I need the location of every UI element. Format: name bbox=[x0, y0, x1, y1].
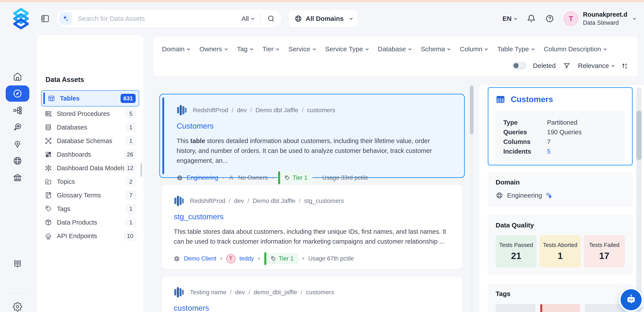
sidebar-collapse-icon[interactable] bbox=[40, 13, 50, 24]
sidebar-item-topics[interactable]: Topics 2 bbox=[41, 175, 139, 188]
results-scrollbar-thumb[interactable] bbox=[470, 85, 474, 134]
result-title-link[interactable]: stg_customers bbox=[174, 212, 450, 221]
result-title-link[interactable]: Customers bbox=[176, 122, 451, 130]
incidents-count-link[interactable]: 5 bbox=[547, 148, 550, 155]
tag-chip-placeholder[interactable] bbox=[496, 304, 536, 312]
crumb-service[interactable]: RedshiftProd bbox=[190, 197, 226, 204]
search-scope-dropdown[interactable]: All bbox=[242, 15, 254, 22]
domain-link[interactable]: Demo Client bbox=[184, 255, 216, 262]
sidebar-item-dashboards[interactable]: Dashboards 26 bbox=[41, 148, 139, 161]
crumb-schema[interactable]: demo_dbt_jaffle bbox=[254, 289, 297, 296]
search-input[interactable] bbox=[78, 15, 242, 22]
result-description: This table stores data about customers, … bbox=[174, 227, 450, 246]
sidebar-item-tags[interactable]: Tags 1 bbox=[41, 202, 139, 215]
crumb-table[interactable]: customers bbox=[306, 289, 334, 296]
sidebar-item-databases[interactable]: Databases 1 bbox=[41, 121, 139, 134]
nav-settings-icon[interactable] bbox=[13, 302, 22, 311]
sidebar-item-label: Tables bbox=[60, 95, 80, 102]
toggle-knob bbox=[514, 63, 518, 68]
sort-order-dropdown[interactable]: Relevance bbox=[578, 62, 614, 69]
language-dropdown[interactable]: EN bbox=[502, 15, 516, 22]
crumb-table[interactable]: customers bbox=[307, 107, 335, 114]
tag-chip-alert-placeholder[interactable] bbox=[540, 304, 580, 312]
sidebar-item-glossary-terms[interactable]: Glossary Terms 7 bbox=[41, 189, 139, 202]
deleted-toggle[interactable] bbox=[512, 62, 526, 69]
sidebar-item-tables[interactable]: Tables 631 bbox=[41, 90, 139, 106]
filter-column[interactable]: Column bbox=[460, 45, 487, 53]
nav-insights-icon[interactable] bbox=[13, 139, 22, 149]
notifications-bell-icon[interactable] bbox=[527, 14, 536, 23]
filter-tag[interactable]: Tag bbox=[237, 45, 252, 53]
filter-tier[interactable]: Tier bbox=[262, 45, 278, 53]
panel-scrollbar-thumb[interactable] bbox=[636, 111, 642, 160]
crumb-table[interactable]: stg_customers bbox=[304, 197, 344, 204]
search-icon[interactable] bbox=[267, 15, 275, 23]
result-card-customers[interactable]: RedshiftProd / dev / Demo dbt Jaffle / c… bbox=[159, 94, 465, 178]
filter-column-description[interactable]: Column Description bbox=[544, 45, 606, 53]
filter-service[interactable]: Service bbox=[288, 45, 315, 53]
nav-govern-icon[interactable] bbox=[13, 173, 22, 182]
sidebar-item-data-products[interactable]: Data Products 1 bbox=[41, 216, 139, 229]
all-domains-dropdown[interactable]: All Domains bbox=[288, 10, 358, 27]
domain-section-title: Domain bbox=[496, 179, 625, 186]
user-menu-chevron-icon[interactable] bbox=[633, 17, 636, 20]
filter-owners[interactable]: Owners bbox=[199, 45, 227, 53]
crumb-schema[interactable]: Demo dbt Jaffle bbox=[256, 107, 298, 114]
result-title-link[interactable]: customers bbox=[174, 304, 450, 312]
ai-sparkle-icon[interactable] bbox=[59, 12, 72, 25]
filter-domain[interactable]: Domain bbox=[162, 45, 189, 53]
panel-scrollbar[interactable] bbox=[636, 87, 642, 312]
crumb-service[interactable]: Testing name bbox=[190, 289, 226, 296]
user-menu[interactable]: Rounakpreet.d Data Steward bbox=[583, 11, 627, 27]
results-scrollbar[interactable] bbox=[470, 85, 474, 312]
crumb-service[interactable]: RedshiftProd bbox=[193, 107, 228, 114]
nav-home-icon[interactable] bbox=[13, 72, 22, 82]
table-icon bbox=[48, 95, 55, 102]
crumb-database[interactable]: dev bbox=[235, 289, 245, 296]
filter-service-type[interactable]: Service Type bbox=[325, 45, 368, 53]
filter-table-type[interactable]: Table Type bbox=[497, 45, 534, 53]
domain-value[interactable]: Engineering bbox=[507, 192, 542, 199]
crumb-database[interactable]: dev bbox=[234, 197, 244, 204]
filter-schema[interactable]: Schema bbox=[421, 45, 450, 53]
filter-funnel-icon[interactable] bbox=[563, 62, 570, 69]
sidebar-item-api-endpoints[interactable]: API API Endpoints 10 bbox=[41, 230, 139, 242]
chevron-down-icon bbox=[485, 47, 488, 50]
detail-title[interactable]: Customers bbox=[511, 95, 553, 104]
tag-chip-placeholder[interactable] bbox=[585, 304, 625, 312]
package-icon bbox=[45, 219, 52, 226]
user-avatar[interactable]: T bbox=[564, 12, 578, 26]
sidebar-item-stored-procedures[interactable]: Stored Procedures 5 bbox=[41, 107, 139, 120]
result-card-stg-customers[interactable]: RedshiftProd / dev / Demo dbt Jaffle / s… bbox=[162, 185, 462, 269]
crumb-database[interactable]: dev bbox=[237, 107, 247, 114]
nav-lineage-icon[interactable] bbox=[13, 106, 22, 115]
person-icon bbox=[228, 175, 234, 181]
global-search-bar[interactable]: All bbox=[56, 10, 282, 28]
chevron-down-icon bbox=[531, 47, 534, 50]
help-icon[interactable] bbox=[545, 14, 554, 23]
result-card-customers-testing[interactable]: Testing name / dev / demo_dbt_jaffle / c… bbox=[162, 276, 462, 312]
tier-badge[interactable]: Tier 1 bbox=[264, 253, 298, 264]
owner-link[interactable]: teddy bbox=[240, 255, 254, 262]
crumb-schema[interactable]: Demo dbt Jaffle bbox=[253, 197, 296, 204]
domain-link[interactable]: Engineering bbox=[187, 174, 218, 181]
sidebar-item-label: Databases bbox=[57, 124, 87, 131]
dashboard-icon bbox=[45, 151, 52, 158]
assets-scrollbar-thumb[interactable] bbox=[140, 163, 142, 177]
detail-summary-card[interactable]: Customers Type Partitioned Queries 190 Q… bbox=[488, 87, 632, 166]
sort-az-icon[interactable]: AZ bbox=[621, 62, 629, 70]
nav-learning-icon[interactable] bbox=[13, 259, 22, 269]
app-logo-icon[interactable] bbox=[10, 7, 32, 30]
stat-type: Type Partitioned bbox=[503, 118, 617, 127]
sidebar-item-database-schemas[interactable]: Database Schemas 1 bbox=[41, 134, 139, 147]
sidebar-item-dashboard-data-models[interactable]: Dashboard Data Models 12 bbox=[41, 162, 139, 174]
nav-domains-icon[interactable] bbox=[13, 156, 22, 166]
filter-database[interactable]: Database bbox=[378, 45, 411, 53]
tier-badge[interactable]: Tier 1 bbox=[278, 172, 312, 183]
nav-observability-icon[interactable] bbox=[13, 122, 22, 132]
domain-link-icon[interactable] bbox=[546, 193, 552, 198]
chat-bot-button[interactable] bbox=[620, 289, 642, 310]
globe-icon bbox=[176, 175, 183, 181]
nav-explore-active[interactable] bbox=[6, 85, 29, 102]
data-assets-panel: Data Assets Tables 631 Stored Procedures… bbox=[37, 35, 144, 312]
